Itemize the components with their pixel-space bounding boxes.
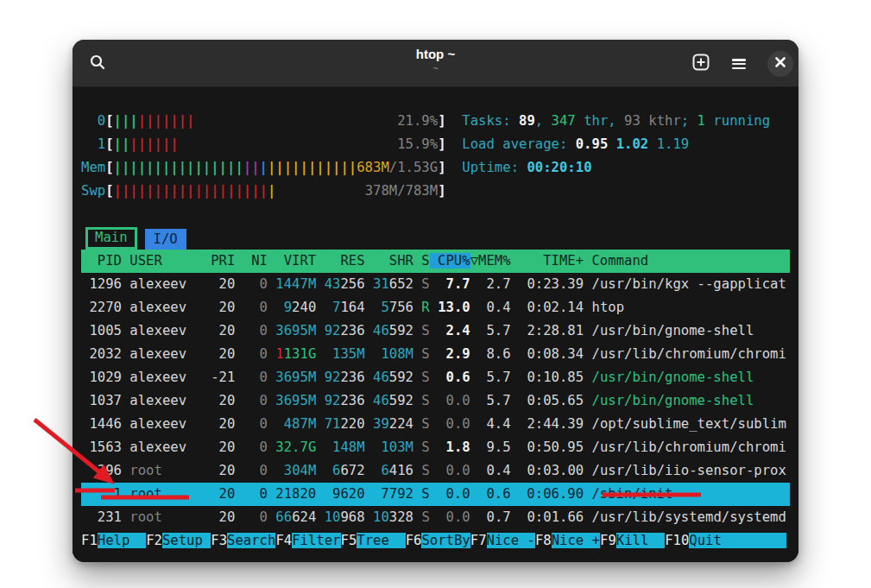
text-segment <box>194 113 397 129</box>
swp-used-total: 378M/783M <box>365 183 439 199</box>
sort-column-cpu[interactable]: CPU% <box>430 253 470 269</box>
cpu1-bars-red: |||||| <box>129 136 178 152</box>
text-segment: 0.4 <box>470 463 511 478</box>
text-segment <box>268 439 275 455</box>
text-segment: /usr/bin/gnome-shell <box>584 370 754 385</box>
text-segment: 39 <box>373 416 389 432</box>
text-segment: 0 <box>243 509 268 525</box>
text-segment: 2.7 <box>470 276 511 292</box>
process-row-1-selected[interactable]: 1 root 20 0 21820 9620 7792 S 0.0 0.6 0:… <box>81 483 790 506</box>
mem-total: /1.53G <box>389 160 438 175</box>
cpu1-bars-green: || <box>114 136 130 152</box>
text-segment: S <box>421 463 429 478</box>
text-segment: S <box>421 323 429 338</box>
text-segment: 592 <box>389 393 413 408</box>
text-segment: 231 <box>81 509 129 525</box>
f8-nice-plus-button[interactable]: Nice + <box>552 533 600 548</box>
close-button[interactable] <box>767 51 793 77</box>
system-meters: 0[|||||||||| 21.9%] Tasks: 89, 347 thr, … <box>81 110 790 226</box>
selected-row-text: 1 root 20 0 21820 9620 7792 S 0.0 0.6 0:… <box>81 486 672 502</box>
process-row-1005[interactable]: 1005 alexeev 20 0 3695M 92236 46592 S 2.… <box>81 319 790 343</box>
text-segment <box>446 160 463 175</box>
f8-key[interactable]: F8 <box>535 533 552 548</box>
text-segment: 131G <box>284 346 317 362</box>
f10-key[interactable]: F10 <box>665 533 689 548</box>
text-segment: 0 <box>243 439 268 455</box>
text-segment: ] <box>438 113 445 129</box>
f5-key[interactable]: F5 <box>341 533 357 548</box>
text-segment <box>413 346 421 362</box>
text-segment: 43 <box>325 276 341 292</box>
text-segment: 1029 alexeev -21 <box>81 370 243 385</box>
text-segment: 220 <box>340 416 364 432</box>
column-headers-right[interactable]: MEM% TIME+ Command <box>478 253 648 269</box>
process-row-1563[interactable]: 1563 alexeev 20 0 32.7G 148M 103M S 1.8 … <box>81 436 790 459</box>
f1-help-button[interactable]: Help <box>98 533 146 548</box>
f3-search-button[interactable]: Search <box>227 533 275 548</box>
swp-bars-yellow: | <box>268 183 275 199</box>
f2-key[interactable]: F2 <box>146 533 162 548</box>
text-segment: 1563 alexeev 20 <box>81 439 243 455</box>
table-header-row[interactable]: PID USER PRI NI VIRT RES SHR S CPU%▽MEM%… <box>81 250 790 273</box>
text-segment: 0:23.39 <box>511 276 584 292</box>
text-segment <box>365 300 382 315</box>
text-segment: /usr/lib/chromium/chromi <box>584 346 786 362</box>
mem-bars-yellow: ||||||||||| <box>268 160 357 175</box>
process-row-2270[interactable]: 2270 alexeev 20 0 9240 7164 5756 R 13.0 … <box>81 296 790 319</box>
process-row-396[interactable]: 396 root 20 0 304M 6672 6416 S 0.0 0.4 0… <box>81 459 790 483</box>
text-segment: S <box>421 346 429 362</box>
mem-bars-green: |||||||||||||||| <box>114 160 243 175</box>
text-segment: 396 <box>81 463 129 478</box>
f7-key[interactable]: F7 <box>470 533 487 548</box>
f6-sortby-button[interactable]: SortBy <box>421 533 470 548</box>
text-segment: 2:28.81 <box>511 323 584 338</box>
f7-nice-minus-button[interactable]: Nice - <box>487 533 535 548</box>
f2-setup-button[interactable]: Setup <box>162 533 211 548</box>
text-segment: 756 <box>389 300 413 315</box>
text-segment: ] <box>438 183 445 199</box>
f6-key[interactable]: F6 <box>406 533 422 548</box>
process-row-1037[interactable]: 1037 alexeev 20 0 3695M 92236 46592 S 0.… <box>81 389 790 413</box>
text-segment: 0.0 <box>430 509 470 525</box>
text-segment: 968 <box>340 509 364 525</box>
f1-key[interactable]: F1 <box>81 533 98 548</box>
text-segment <box>268 509 275 525</box>
text-segment: 0.0 <box>430 393 470 408</box>
text-segment: S <box>421 416 429 432</box>
text-segment <box>413 509 421 525</box>
text-segment <box>316 346 332 362</box>
search-button[interactable] <box>85 51 110 77</box>
f3-key[interactable]: F3 <box>211 533 227 548</box>
tab-main[interactable]: Main <box>85 227 137 250</box>
text-segment: 0 <box>243 276 268 292</box>
running-count: 1 <box>697 113 705 129</box>
f4-filter-button[interactable]: Filter <box>292 533 340 548</box>
menu-button[interactable] <box>726 51 752 77</box>
f9-kill-button[interactable]: Kill <box>616 533 665 548</box>
process-row-1296[interactable]: 1296 alexeev 20 0 1447M 43256 31652 S 7.… <box>81 273 790 296</box>
text-segment: 3695M <box>275 370 316 385</box>
text-segment: 672 <box>340 463 364 478</box>
new-tab-button[interactable] <box>688 51 714 77</box>
process-row-231[interactable]: 231 root 20 0 66624 10968 10328 S 0.0 0.… <box>81 506 790 529</box>
text-segment: 0:05.65 <box>511 393 584 408</box>
f4-key[interactable]: F4 <box>275 533 292 548</box>
f9-key[interactable]: F9 <box>600 533 616 548</box>
text-segment <box>365 416 373 432</box>
text-segment <box>365 393 373 408</box>
text-segment: 0:03.00 <box>511 463 584 478</box>
tab-io[interactable]: I/O <box>145 229 186 250</box>
text-segment <box>81 206 89 222</box>
process-row-1446[interactable]: 1446 alexeev 20 0 487M 71220 39224 S 0.0… <box>81 413 790 436</box>
process-row-1029[interactable]: 1029 alexeev -21 0 3695M 92236 46592 S 0… <box>81 366 790 389</box>
f10-quit-button[interactable]: Quit <box>689 533 786 548</box>
process-row-2032[interactable]: 2032 alexeev 20 0 1131G 135M 108M S 2.9 … <box>81 343 790 366</box>
text-segment: ; <box>681 113 697 129</box>
text-segment: 0 <box>243 370 268 385</box>
swp-label: Swp <box>81 183 105 199</box>
f5-tree-button[interactable]: Tree <box>357 533 405 548</box>
column-headers[interactable]: PID USER PRI NI VIRT RES SHR S <box>81 253 430 269</box>
text-segment: /usr/bin/gnome-shell <box>584 393 754 408</box>
swp-bars-red: ||||||||||||||||||| <box>114 183 268 199</box>
text-segment <box>413 300 421 315</box>
